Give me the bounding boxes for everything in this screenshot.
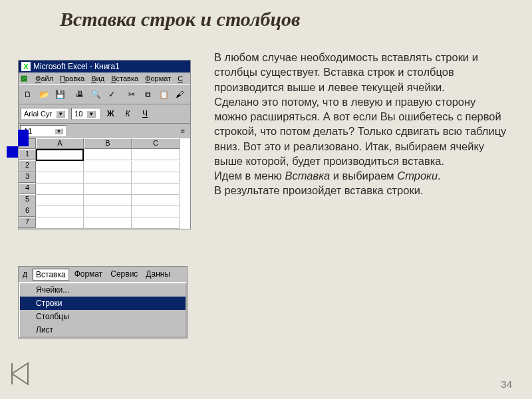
row-header-6[interactable]: 6: [19, 205, 36, 217]
cell-c5[interactable]: [132, 195, 180, 206]
open-button[interactable]: 📂: [37, 87, 51, 102]
cell-b5[interactable]: [84, 195, 132, 206]
excel-menubar-2: д Вставка Формат Сервис Данны: [19, 267, 187, 283]
cell-b2[interactable]: [84, 161, 132, 172]
prev-slide-icon[interactable]: [9, 362, 31, 386]
format-painter-button[interactable]: 🖌: [172, 87, 187, 102]
paragraph-4: В результате произойдет вставка строки.: [214, 183, 507, 198]
cell-a2[interactable]: [36, 161, 84, 172]
save-button[interactable]: 💾: [53, 87, 67, 102]
chevron-down-icon[interactable]: ▼: [55, 128, 63, 134]
col-header-c[interactable]: C: [132, 138, 180, 149]
chevron-down-icon[interactable]: ▼: [86, 110, 96, 118]
cell-a4[interactable]: [36, 184, 84, 195]
body-text: В любом случае необходимость вставлять с…: [214, 50, 507, 198]
font-size-select[interactable]: 10 ▼: [71, 108, 100, 120]
menu-edit[interactable]: Правка: [58, 74, 86, 83]
excel-title: Microsoft Excel - Книга1: [33, 62, 120, 71]
font-size: 10: [74, 110, 82, 118]
menu-view[interactable]: Вид: [89, 74, 106, 83]
font-name: Arial Cyr: [24, 110, 52, 118]
insert-dropdown-menu: Ячейки... Строки Столбцы Лист: [19, 282, 187, 338]
menu-format[interactable]: Формат: [143, 74, 173, 83]
excel-logo-icon: X: [21, 62, 31, 71]
cell-a5[interactable]: [36, 195, 84, 206]
excel-toolbar: 🗋 📂 💾 🖶 🔍 ✓ ✂ ⧉ 📋 🖌: [19, 84, 190, 104]
menu-insert[interactable]: Вставка: [109, 74, 140, 83]
excel-titlebar: X Microsoft Excel - Книга1: [19, 61, 190, 72]
annotation-marker-left: [7, 146, 18, 158]
row-header-3[interactable]: 3: [19, 172, 36, 183]
text-span: и выбираем: [330, 170, 397, 182]
row-header-7[interactable]: 7: [19, 217, 36, 228]
text-span: Идем в меню: [214, 170, 285, 182]
annotation-marker-top: [18, 130, 29, 146]
bold-button[interactable]: Ж: [103, 106, 118, 121]
menu-data[interactable]: Данны: [143, 269, 173, 281]
menu-file[interactable]: Файл: [33, 74, 55, 83]
cell-c7[interactable]: [132, 217, 180, 229]
col-header-a[interactable]: A: [36, 138, 84, 149]
paste-button[interactable]: 📋: [156, 87, 171, 102]
formula-eq: =: [177, 127, 189, 135]
menu-item-cells[interactable]: Ячейки...: [20, 283, 186, 297]
cell-c1[interactable]: [132, 149, 180, 160]
emphasis-rows: Строки: [397, 170, 438, 182]
excel-menubar[interactable]: ▧ Файл Правка Вид Вставка Формат С: [19, 72, 190, 84]
col-header-b[interactable]: B: [84, 138, 132, 149]
excel-window-main: X Microsoft Excel - Книга1 ▧ Файл Правка…: [18, 60, 191, 229]
menu-tools[interactable]: Сервис: [108, 269, 140, 281]
grid-body: 1 2 3 4 5 6 7: [19, 149, 190, 229]
doc-icon: ▧: [21, 74, 27, 83]
emphasis-insert: Вставка: [285, 170, 331, 182]
cell-a1[interactable]: [36, 149, 84, 161]
font-select[interactable]: Arial Cyr ▼: [21, 108, 68, 120]
menu-fragment-prefix: д: [20, 269, 30, 281]
cell-b1[interactable]: [84, 149, 132, 160]
cell-b4[interactable]: [84, 184, 132, 195]
spell-button[interactable]: ✓: [104, 87, 119, 102]
underline-button[interactable]: Ч: [138, 106, 152, 121]
new-doc-button[interactable]: 🗋: [21, 87, 35, 102]
preview-button[interactable]: 🔍: [88, 87, 103, 102]
cell-c4[interactable]: [132, 184, 180, 195]
svg-marker-0: [12, 363, 28, 384]
menu-cut[interactable]: С: [176, 74, 185, 83]
cell-a3[interactable]: [36, 172, 84, 184]
text-span: .: [438, 170, 441, 182]
cell-c2[interactable]: [132, 161, 180, 172]
chevron-down-icon[interactable]: ▼: [56, 110, 65, 118]
row-header-2[interactable]: 2: [19, 160, 36, 172]
print-button[interactable]: 🖶: [72, 87, 87, 102]
namebox-row: A1 ▼ =: [19, 124, 190, 138]
menu-item-sheet[interactable]: Лист: [20, 323, 186, 336]
paragraph-3: Идем в меню Вставка и выбираем Строки.: [214, 168, 507, 183]
page-number: 34: [501, 378, 512, 390]
menu-item-rows[interactable]: Строки: [20, 297, 186, 310]
paragraph-1: В любом случае необходимость вставлять с…: [214, 50, 507, 94]
cell-a7[interactable]: [36, 217, 84, 229]
cell-b7[interactable]: [84, 217, 132, 229]
menu-insert[interactable]: Вставка: [33, 269, 69, 281]
cell-c3[interactable]: [132, 172, 180, 184]
cell-b3[interactable]: [84, 172, 132, 184]
cell-a6[interactable]: [36, 206, 84, 217]
column-headers-row: A B C: [19, 138, 190, 149]
row-header-4[interactable]: 4: [19, 183, 36, 194]
italic-button[interactable]: К: [120, 106, 135, 121]
cell-b6[interactable]: [84, 206, 132, 217]
menu-item-columns[interactable]: Столбцы: [20, 310, 186, 323]
row-header-5[interactable]: 5: [19, 194, 36, 205]
menu-format[interactable]: Формат: [72, 269, 106, 281]
row-header-1[interactable]: 1: [19, 149, 36, 160]
page-title: Вставка строк и столбцов: [60, 8, 301, 31]
excel-insert-menu-snippet: д Вставка Формат Сервис Данны Ячейки... …: [18, 266, 188, 338]
copy-button[interactable]: ⧉: [140, 87, 155, 102]
cut-button[interactable]: ✂: [124, 87, 139, 102]
excel-format-bar: Arial Cyr ▼ 10 ▼ Ж К Ч: [19, 104, 190, 124]
cell-c6[interactable]: [132, 206, 180, 217]
paragraph-2: Сделано это потому, что в левую и правую…: [214, 94, 507, 168]
